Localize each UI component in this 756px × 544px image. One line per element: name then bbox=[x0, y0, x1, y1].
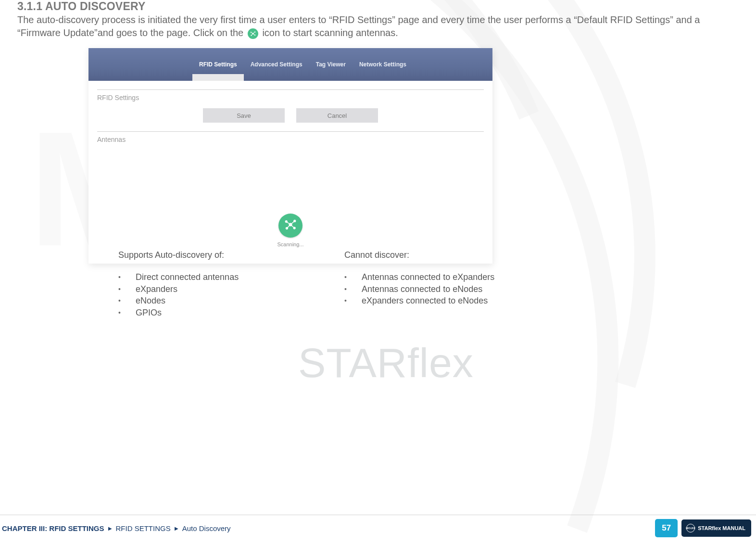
scan-button[interactable] bbox=[278, 214, 302, 238]
intro-paragraph: The auto-discovery process is initiated … bbox=[17, 13, 700, 39]
screenshot-tabbar: RFID Settings Advanced Settings Tag View… bbox=[88, 48, 492, 81]
manual-label: STARflex MANUAL bbox=[698, 525, 745, 531]
tab-tag-viewer[interactable]: Tag Viewer bbox=[309, 48, 353, 81]
save-button[interactable]: Save bbox=[203, 108, 285, 123]
list-item: Antennas connected to eNodes bbox=[344, 284, 517, 295]
tab-advanced-settings[interactable]: Advanced Settings bbox=[244, 48, 309, 81]
list-item: Antennas connected to eXpanders bbox=[344, 272, 517, 283]
divider bbox=[97, 89, 484, 90]
scanning-label: Scanning... bbox=[277, 241, 303, 247]
section-label-rfid: RFID Settings bbox=[97, 94, 484, 101]
watermark-text: STARflex bbox=[298, 339, 474, 387]
breadcrumb-section: RFID SETTINGS bbox=[116, 524, 171, 532]
page-number-badge: 57 bbox=[655, 519, 678, 537]
mojix-logo-icon: MOJIX bbox=[686, 524, 695, 532]
supports-column: Supports Auto-discovery of: Direct conne… bbox=[118, 250, 291, 319]
footer-rule bbox=[0, 515, 756, 515]
tab-network-settings[interactable]: Network Settings bbox=[353, 48, 413, 81]
list-item: Direct connected antennas bbox=[118, 272, 291, 283]
list-item: eXpanders bbox=[118, 284, 291, 295]
breadcrumb-chapter: CHAPTER III: RFID SETTINGS bbox=[2, 524, 104, 532]
manual-badge: MOJIX STARflex MANUAL bbox=[681, 519, 751, 537]
footer: CHAPTER III: RFID SETTINGS ▶ RFID SETTIN… bbox=[0, 519, 756, 537]
chevron-right-icon: ▶ bbox=[175, 526, 178, 531]
section-label-antennas: Antennas bbox=[97, 136, 484, 143]
svg-line-16 bbox=[290, 221, 295, 225]
intro-text-b: icon to start scanning antennas. bbox=[262, 27, 398, 38]
svg-line-7 bbox=[253, 32, 255, 34]
svg-line-18 bbox=[290, 225, 294, 228]
supports-heading: Supports Auto-discovery of: bbox=[118, 250, 291, 260]
cannot-heading: Cannot discover: bbox=[344, 250, 517, 260]
list-item: eNodes bbox=[118, 295, 291, 306]
breadcrumb: CHAPTER III: RFID SETTINGS ▶ RFID SETTIN… bbox=[0, 524, 231, 532]
tab-rfid-settings[interactable]: RFID Settings bbox=[192, 48, 244, 81]
cancel-button[interactable]: Cancel bbox=[296, 108, 378, 123]
svg-line-8 bbox=[251, 34, 253, 36]
svg-line-17 bbox=[287, 225, 290, 228]
cannot-column: Cannot discover: Antennas connected to e… bbox=[344, 250, 517, 319]
embedded-screenshot: RFID Settings Advanced Settings Tag View… bbox=[88, 48, 492, 264]
list-item: eXpanders connected to eNodes bbox=[344, 295, 517, 306]
breadcrumb-page: Auto Discovery bbox=[182, 524, 231, 532]
divider bbox=[97, 131, 484, 132]
scan-icon-inline bbox=[248, 28, 258, 39]
chevron-right-icon: ▶ bbox=[108, 526, 112, 531]
section-heading: 3.1.1 AUTO DISCOVERY bbox=[17, 0, 145, 13]
scan-network-icon bbox=[284, 218, 297, 233]
list-item: GPIOs bbox=[118, 307, 291, 318]
